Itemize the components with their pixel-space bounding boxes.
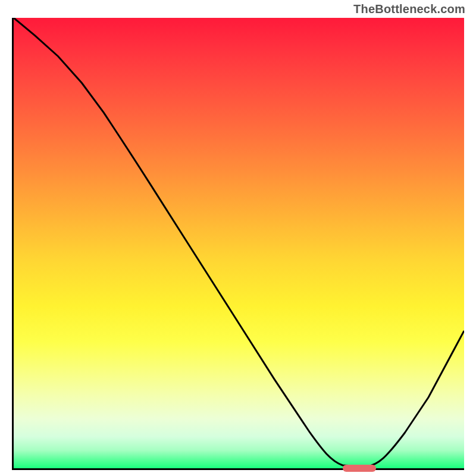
bottleneck-curve-path [14, 18, 464, 466]
chart-curve-svg [14, 18, 464, 468]
watermark-label: TheBottleneck.com [353, 2, 465, 16]
optimal-range-marker [343, 465, 376, 472]
chart-plot-area [12, 18, 464, 470]
